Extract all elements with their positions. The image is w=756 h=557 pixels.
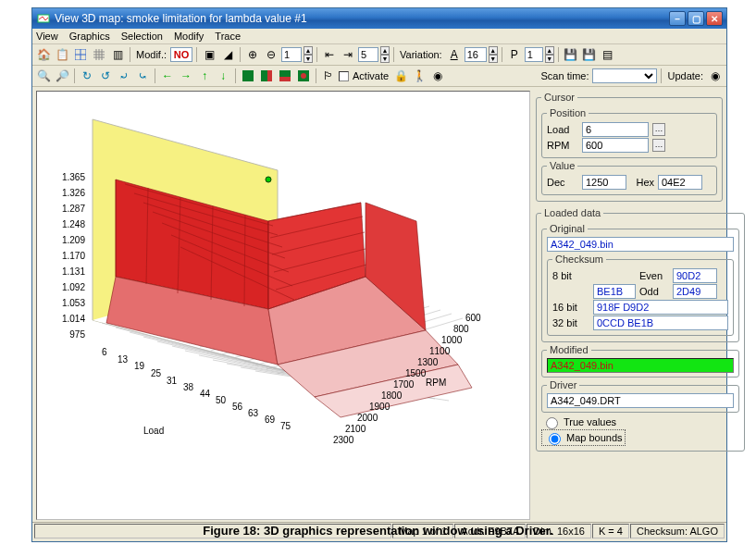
even-label: Even (639, 270, 669, 281)
modif-value[interactable] (170, 47, 192, 62)
svg-text:1.326: 1.326 (62, 188, 85, 198)
load-browse[interactable]: … (652, 123, 665, 136)
menu-selection[interactable]: Selection (121, 31, 163, 42)
svg-text:69: 69 (265, 415, 276, 425)
checksum-group: Checksum 8 bit Even Odd (547, 254, 734, 336)
maximize-button[interactable]: ▢ (688, 11, 704, 26)
step-minus-icon[interactable]: ⊖ (263, 46, 279, 63)
even-input[interactable] (673, 268, 717, 283)
arrow-right-icon[interactable]: → (178, 68, 194, 84)
load-input[interactable] (582, 122, 649, 137)
menu-modify[interactable]: Modify (174, 31, 204, 42)
rpm-input[interactable] (582, 138, 649, 153)
block-b-icon[interactable] (258, 68, 275, 84)
rpm-label: RPM (547, 140, 578, 151)
variation-stepper[interactable]: ▲▼ (489, 46, 498, 63)
svg-text:1700: 1700 (393, 379, 415, 390)
copy-icon[interactable]: 📋 (54, 46, 70, 63)
odd-input[interactable] (673, 284, 717, 299)
menu-trace[interactable]: Trace (215, 31, 241, 42)
rotate-ccw-icon[interactable]: ↺ (97, 68, 114, 84)
variation-a-icon[interactable]: A (446, 46, 463, 63)
grid-icon[interactable] (91, 46, 107, 63)
svg-text:Load: Load (143, 426, 164, 436)
arrow-up-icon[interactable]: ↑ (196, 68, 213, 84)
spin2-input[interactable] (358, 47, 378, 62)
original-file[interactable] (547, 237, 734, 252)
bit32-input[interactable] (593, 316, 728, 330)
svg-text:63: 63 (248, 408, 259, 418)
3d-canvas[interactable]: 1.365 1.326 1.287 1.248 1.209 1.170 1.13… (36, 91, 530, 520)
spin3-input[interactable] (525, 47, 543, 62)
side-panel: Cursor Position Load … RPM … (532, 87, 726, 522)
minimize-button[interactable]: – (669, 11, 686, 26)
step-plus-icon[interactable]: ⊕ (244, 46, 261, 63)
block-c-icon[interactable] (277, 68, 293, 84)
svg-text:1800: 1800 (381, 390, 403, 401)
col-left-icon[interactable]: ⇤ (321, 46, 338, 63)
record-icon[interactable]: ◉ (429, 68, 446, 84)
map-bounds-label: Map bounds (566, 432, 623, 443)
svg-text:1.248: 1.248 (62, 219, 85, 229)
dec-input[interactable] (582, 175, 626, 190)
driver-file[interactable] (547, 393, 734, 408)
mark-p-icon[interactable]: P (506, 46, 523, 63)
disk-a-icon[interactable]: 💾 (563, 46, 579, 63)
close-button[interactable]: ✕ (706, 11, 723, 26)
activate-label: Activate (353, 70, 389, 81)
map-bounds-radio[interactable] (549, 433, 561, 445)
arrow-down-icon[interactable]: ↓ (215, 68, 231, 84)
bit16-input[interactable] (593, 300, 728, 315)
block-a-icon[interactable] (240, 68, 256, 84)
block-d-icon[interactable] (295, 68, 312, 84)
update-icon[interactable]: ◉ (707, 68, 724, 84)
scantime-select[interactable] (592, 68, 657, 83)
value-legend: Value (547, 160, 577, 171)
hex-input[interactable] (658, 175, 702, 190)
menu-view[interactable]: View (36, 31, 58, 42)
rotate-cw-icon[interactable]: ↻ (79, 68, 95, 84)
tag-icon[interactable]: ◢ (219, 46, 236, 63)
sheet-icon[interactable]: ▥ (109, 46, 126, 63)
spin1-input[interactable] (281, 47, 302, 62)
zoom-in-icon[interactable]: 🔍 (35, 68, 52, 84)
menu-graphics[interactable]: Graphics (69, 31, 110, 42)
variation-input[interactable] (465, 47, 487, 62)
svg-text:1.209: 1.209 (62, 235, 85, 245)
stamp-a-icon[interactable]: ▣ (201, 46, 217, 63)
svg-text:38: 38 (183, 382, 194, 392)
rpm-browse[interactable]: … (652, 139, 665, 152)
odd-label: Odd (639, 286, 669, 297)
filter-icon[interactable]: 🏳 (320, 68, 337, 84)
activate-checkbox[interactable] (339, 71, 349, 81)
loaded-data-group: Loaded data Original Checksum 8 bit Even (536, 207, 745, 452)
home-icon[interactable]: 🏠 (35, 46, 52, 63)
panel-icon[interactable]: ▤ (600, 46, 616, 63)
disk-b-icon[interactable]: 💾 (581, 46, 598, 63)
arrow-left-icon[interactable]: ← (159, 68, 176, 84)
spin2-stepper[interactable]: ▲▼ (380, 46, 390, 63)
modified-group: Modified A342_049.bin (541, 344, 739, 378)
spin1-stepper[interactable]: ▲▼ (304, 46, 313, 63)
bit16-label: 16 bit (552, 302, 589, 313)
spin3-stepper[interactable]: ▲▼ (545, 46, 554, 63)
table-icon[interactable] (72, 46, 89, 63)
col-right-icon[interactable]: ⇥ (340, 46, 356, 63)
svg-text:75: 75 (280, 421, 291, 431)
modified-file[interactable]: A342_049.bin (547, 358, 734, 373)
position-legend: Position (547, 107, 589, 118)
tilt-up-icon[interactable]: ⤿ (134, 68, 151, 84)
svg-text:44: 44 (200, 389, 211, 399)
svg-text:1.053: 1.053 (62, 298, 85, 308)
svg-text:1.287: 1.287 (62, 204, 85, 214)
svg-text:1300: 1300 (417, 357, 439, 367)
svg-text:6: 6 (102, 347, 107, 357)
lock-icon[interactable]: 🔒 (392, 68, 409, 84)
true-values-radio[interactable] (546, 417, 558, 429)
bit8-input[interactable] (593, 284, 636, 299)
person-icon[interactable]: 🚶 (411, 68, 428, 84)
driver-legend: Driver (547, 379, 579, 390)
svg-text:1000: 1000 (441, 335, 463, 345)
tilt-down-icon[interactable]: ⤾ (116, 68, 132, 84)
zoom-out-icon[interactable]: 🔎 (54, 68, 70, 84)
